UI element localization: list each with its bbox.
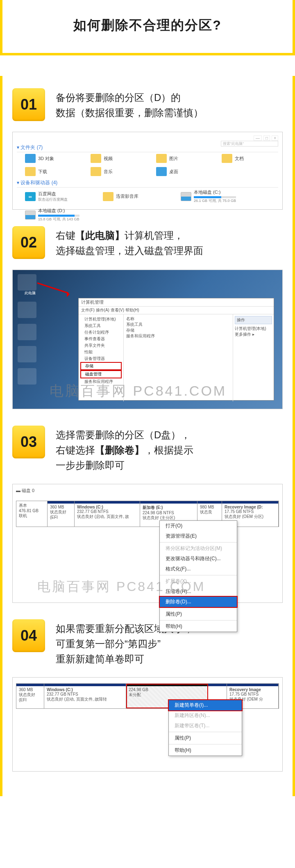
sub: 双击运行百度网盘 [38,197,68,202]
menu-item-help[interactable]: 帮助(H) [169,745,242,756]
text: 状态良好 (EFI [50,509,72,520]
watermark: 电脑百事网 PC841.COM [37,578,205,596]
text: 右键选择 [56,444,95,456]
partition[interactable]: 360 MB状态良好 (EFI [48,501,75,527]
context-menu: 新建简单卷(I)... 新建跨区卷(N)... 新建带区卷(T)... 属性(P… [168,700,242,756]
desktop-icon[interactable] [18,346,36,362]
label: 桌面 [169,169,178,175]
win-max[interactable]: □ [263,135,270,141]
text: 224.98 GB [129,687,205,692]
tree-item-disk-mgmt[interactable]: 磁盘管理 [80,370,122,378]
list-item[interactable]: 系统工具 [126,322,230,328]
menu-item-new-simple-volume[interactable]: 新建简单卷(I)... [168,699,243,711]
text: 476.81 GB [19,508,45,513]
tree-item[interactable]: 共享文件夹 [80,342,122,349]
tree-item[interactable]: 计算机管理(本地) [80,316,122,323]
desktop-icon[interactable] [18,302,36,318]
drive-d[interactable]: 本地磁盘 (D:)15.8 GB 可用, 共 143 GB [25,208,82,222]
step-01: 01 备份将要删除的分区（D）的 数据（数据很重要，删除需谨慎） [12,88,283,121]
folder-icon [222,154,232,163]
partition-c[interactable]: Windows (C:)232.77 GB NTFS状态良好 (启动, 页面文件… [75,501,140,527]
label: 本地磁盘 (D:) [38,208,65,213]
tree-item[interactable]: 事件查看器 [80,336,122,342]
screenshot-explorer: — □ × 搜索"此电脑" ▾ 文件夹 (7) 3D 对象 视频 图片 文档 下… [12,132,283,210]
text: Recovery Image (D: [225,505,276,509]
partition-c[interactable]: Windows (C:)232.77 GB NTFS状态良好 (启动, 页面文件… [44,684,126,708]
folder-item[interactable]: 3D 对象 [25,154,70,163]
folder-item[interactable]: 图片 [156,154,201,163]
content-panel: 01 备份将要删除的分区（D）的 数据（数据很重要，删除需谨慎） — □ × 搜… [0,76,295,796]
text: 状态良好 (OEM 分区) [225,514,276,520]
list-item[interactable]: 存储 [126,328,230,333]
text: 数据（数据很重要，删除需谨慎） [56,107,203,118]
action-item[interactable]: 计算机管理(本地) [235,326,272,332]
step-badge-03: 03 [12,426,45,458]
text: Windows (C:) [77,505,137,509]
partition[interactable]: 360 MB状态良好 (EFI [16,684,44,708]
step-03: 03 选择需要删除的分区（D盘）， 右键选择【删除卷】，根据提示 一步步删除即可 [12,426,283,473]
text: 重新新建简单卷即可 [56,653,144,664]
label: 百度网盘 [38,191,56,196]
text: 224.98 GB NTFS [143,511,195,515]
text: 状态良 [200,509,219,515]
text: Recovery Image [229,687,276,692]
label: 迅雷影音库 [116,194,138,199]
title-banner: 如何删除不合理的分区? [0,0,295,55]
win-min[interactable]: — [254,135,262,141]
col-header: 名称 [126,316,230,322]
tree-item[interactable]: 任务计划程序 [80,329,122,336]
folder-item[interactable]: 视频 [91,154,136,163]
search-input[interactable]: 搜索"此电脑" [221,141,278,147]
desktop-icon[interactable] [18,274,36,291]
list-item[interactable]: 服务和应用程序 [126,333,230,339]
actions-panel: 操作 计算机管理(本地) 更多操作 ▸ [233,314,274,401]
screenshot-computer-management: 此电脑 计算机管理 文件(F) 操作(A) 查看(V) 帮助(H) 计算机管理(… [12,270,283,409]
label: 下载 [38,169,47,175]
disk-row: 基本 476.81 GB 联机 360 MB状态良好 (EFI Windows … [16,501,279,527]
tree-item[interactable]: 系统工具 [80,323,122,329]
tree-item[interactable]: 设备管理器 [80,355,122,362]
label: 3D 对象 [38,156,54,162]
win-close[interactable]: × [272,135,278,141]
folder-item[interactable]: 桌面 [156,167,201,176]
menu-item-delete-volume[interactable]: 删除卷(D)... [159,596,238,608]
step-badge-04: 04 [12,619,45,652]
folder-item[interactable]: 音乐 [91,167,136,176]
menu-item-open[interactable]: 打开(O) [160,521,237,531]
computer-management-window: 计算机管理 文件(F) 操作(A) 查看(V) 帮助(H) 计算机管理(本地) … [78,298,274,401]
menu-item-mark-active: 将分区标记为活动分区(M) [160,543,237,554]
tree-item[interactable]: 性能 [80,349,122,355]
drive-c[interactable]: 本地磁盘 (C:)26.1 GB 可用, 共 75.0 GB [181,189,238,204]
menu-item-help[interactable]: 帮助(H) [160,621,237,632]
menu-item-properties[interactable]: 属性(P) [160,609,237,619]
desktop-icon[interactable] [18,324,36,340]
device-item[interactable]: ∞百度网盘双击运行百度网盘 [25,189,82,204]
text: 状态良好 (EFI [19,692,41,702]
menu-item-explorer[interactable]: 资源管理器(E) [160,531,237,541]
folder-item[interactable]: 文档 [222,154,267,163]
folder-icon [25,167,36,176]
menu-item-format[interactable]: 格式化(F)... [160,564,237,574]
tree-item[interactable]: 服务和应用程序 [80,378,122,385]
context-menu: 打开(O) 资源管理器(E) 将分区标记为活动分区(M) 更改驱动器号和路径(C… [159,520,237,632]
group-devices[interactable]: ▾ 设备和驱动器 (4) [17,179,278,188]
step-badge-01: 01 [12,88,45,121]
folder-item[interactable]: 下载 [25,167,70,176]
tree-item-storage[interactable]: 存储 [80,362,122,370]
folder-icon [91,154,101,163]
drive-icon [25,211,36,220]
text: 备份将要删除的分区（D）的 [56,92,181,103]
menu-item-properties[interactable]: 属性(P) [169,733,242,743]
text: 360 MB [19,687,41,692]
label: 视频 [104,156,113,162]
text: 未分配 [129,692,205,698]
window-controls: — □ × [17,135,278,141]
page-title: 如何删除不合理的分区? [2,16,293,34]
sub: 15.8 GB 可用, 共 143 GB [38,217,79,222]
action-item[interactable]: 更多操作 ▸ [235,332,272,337]
menu-bar[interactable]: 文件(F) 操作(A) 查看(V) 帮助(H) [79,307,274,314]
device-item[interactable]: 迅雷影音库 [103,189,160,204]
text: Windows (C:) [47,687,123,692]
menu-item-change-letter[interactable]: 更改驱动器号和路径(C)... [160,554,237,564]
desktop-icon[interactable] [18,368,36,385]
